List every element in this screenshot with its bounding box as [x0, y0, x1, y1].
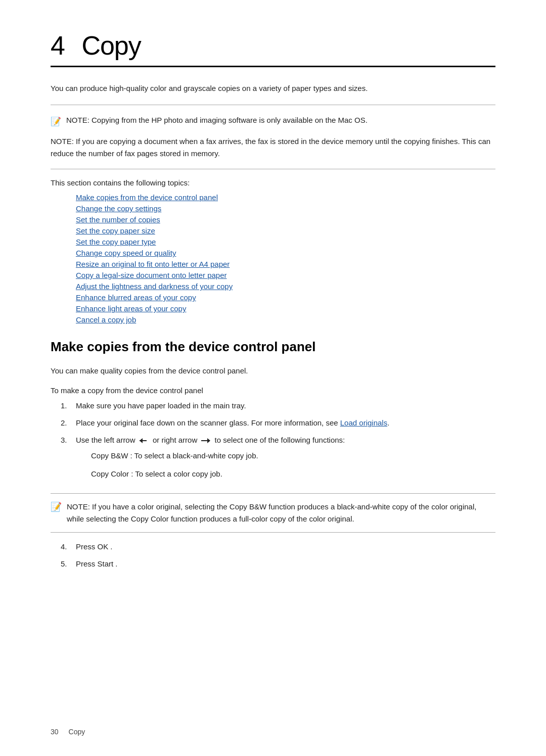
- topic-link-9[interactable]: Enhance blurred areas of your copy: [76, 293, 196, 302]
- note-box: 📝 NOTE: If you have a color original, se…: [51, 493, 495, 533]
- steps-list: 1. Make sure you have paper loaded in th…: [51, 400, 495, 485]
- topic-link-4[interactable]: Set the copy paper type: [76, 238, 156, 246]
- topic-link-6[interactable]: Resize an original to fit onto letter or…: [76, 260, 230, 268]
- list-item: Enhance light areas of your copy: [76, 304, 495, 313]
- list-item: Adjust the lightness and darkness of you…: [76, 282, 495, 291]
- step-num-2: 2.: [61, 417, 76, 429]
- list-item: Copy B&W : To select a black-and-white c…: [91, 449, 495, 462]
- step-num-5: 5.: [61, 558, 76, 570]
- steps-continued-list: 4. Press OK . 5. Press Start .: [51, 541, 495, 570]
- intro-paragraph: You can produce high-quality color and g…: [51, 82, 495, 94]
- list-item: Copy Color : To select a color copy job.: [91, 467, 495, 481]
- chapter-header: 4 Copy: [51, 30, 495, 67]
- list-item: Enhance blurred areas of your copy: [76, 293, 495, 302]
- chapter-number: 4: [51, 31, 65, 60]
- list-item: 2. Place your original face down on the …: [61, 417, 495, 429]
- page-footer: 30 Copy: [51, 728, 495, 736]
- note-box-icon: 📝: [51, 501, 62, 512]
- topic-link-5[interactable]: Change copy speed or quality: [76, 249, 176, 257]
- topic-link-8[interactable]: Adjust the lightness and darkness of you…: [76, 282, 233, 291]
- section-intro: This section contains the following topi…: [51, 178, 495, 187]
- divider-1: [51, 105, 495, 105]
- topic-link-3[interactable]: Set the copy paper size: [76, 226, 155, 235]
- topic-link-10[interactable]: Enhance light areas of your copy: [76, 304, 186, 313]
- list-item: Change the copy settings: [76, 204, 495, 213]
- step-2-text: Place your original face down on the sca…: [76, 417, 495, 429]
- step-num-3: 3.: [61, 434, 76, 446]
- footer-page-number: 30: [51, 728, 59, 736]
- load-originals-link[interactable]: Load originals: [340, 418, 387, 427]
- step-num-4: 4.: [61, 541, 76, 553]
- note-icon-1: 📝: [51, 115, 61, 128]
- topic-list: Make copies from the device control pane…: [51, 193, 495, 324]
- note-block-1: 📝 NOTE: Copying from the HP photo and im…: [51, 114, 495, 128]
- list-item: Set the number of copies: [76, 215, 495, 224]
- step-1-text: Make sure you have paper loaded in the m…: [76, 400, 495, 412]
- list-item: Copy a legal-size document onto letter p…: [76, 271, 495, 279]
- step-3-sublist: Copy B&W : To select a black-and-white c…: [76, 449, 495, 480]
- list-item: Cancel a copy job: [76, 315, 495, 324]
- topic-link-11[interactable]: Cancel a copy job: [76, 315, 136, 324]
- topic-link-1[interactable]: Change the copy settings: [76, 204, 161, 213]
- note-box-text: NOTE: If you have a color original, sele…: [67, 501, 495, 525]
- step-4-text: Press OK .: [76, 541, 495, 553]
- step-3-text: Use the left arrow or right arrow to sel…: [76, 434, 495, 485]
- list-item: 4. Press OK .: [61, 541, 495, 553]
- chapter-title: 4 Copy: [51, 30, 495, 61]
- list-item: Change copy speed or quality: [76, 249, 495, 257]
- left-arrow-icon: [140, 438, 149, 444]
- section-heading: Make copies from the device control pane…: [51, 339, 495, 355]
- procedure-intro: To make a copy from the device control p…: [51, 386, 495, 395]
- step-5-text: Press Start .: [76, 558, 495, 570]
- list-item: 5. Press Start .: [61, 558, 495, 570]
- list-item: Resize an original to fit onto letter or…: [76, 260, 495, 268]
- chapter-title-text: Copy: [81, 31, 141, 60]
- step-num-1: 1.: [61, 400, 76, 412]
- topic-link-2[interactable]: Set the number of copies: [76, 215, 160, 224]
- note-text-1: NOTE: Copying from the HP photo and imag…: [66, 114, 495, 126]
- topic-link-0[interactable]: Make copies from the device control pane…: [76, 193, 218, 202]
- list-item: Set the copy paper size: [76, 226, 495, 235]
- topic-link-7[interactable]: Copy a legal-size document onto letter p…: [76, 271, 227, 279]
- right-arrow-icon: [201, 438, 210, 444]
- section-body: You can make quality copies from the dev…: [51, 365, 495, 377]
- list-item: 3. Use the left arrow or right arrow to …: [61, 434, 495, 485]
- divider-2: [51, 169, 495, 169]
- footer-chapter-label: Copy: [69, 728, 85, 736]
- list-item: Set the copy paper type: [76, 238, 495, 246]
- list-item: Make copies from the device control pane…: [76, 193, 495, 202]
- list-item: 1. Make sure you have paper loaded in th…: [61, 400, 495, 412]
- note-plain-2: NOTE: If you are copying a document when…: [51, 135, 495, 160]
